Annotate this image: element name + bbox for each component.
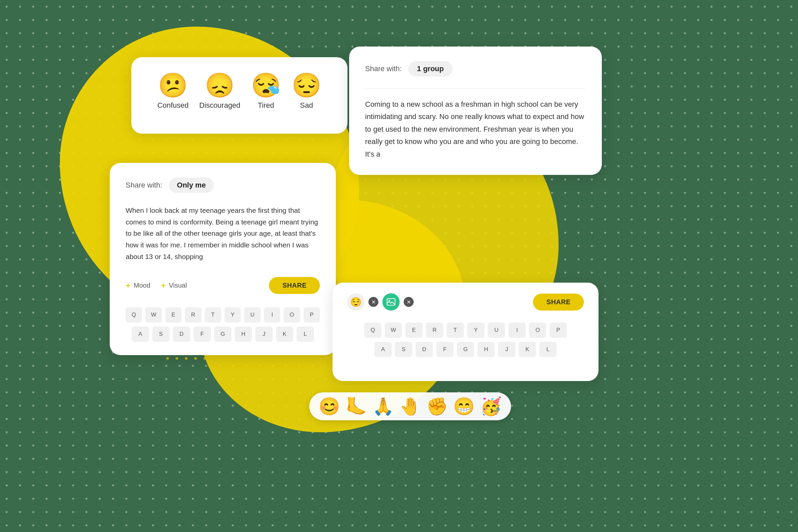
key-G[interactable]: G: [214, 326, 231, 342]
mood-tired[interactable]: 😪 Tired: [251, 73, 281, 110]
key-F[interactable]: F: [193, 326, 211, 342]
key-A[interactable]: A: [132, 326, 149, 342]
share-button-left[interactable]: SHARE: [269, 277, 320, 294]
share-with-label: Share with:: [126, 181, 162, 190]
key-O[interactable]: O: [284, 307, 300, 323]
key-I-r[interactable]: I: [508, 323, 526, 338]
key-P-r[interactable]: P: [550, 323, 567, 338]
keyboard-row-2-right: A S D F G H J K L: [347, 342, 584, 357]
visual-toolbar-item[interactable]: + Visual: [161, 281, 187, 290]
mood-discouraged[interactable]: 😞 Discouraged: [199, 73, 241, 110]
key-D-r[interactable]: D: [416, 342, 433, 357]
key-S-r[interactable]: S: [395, 342, 412, 357]
emoji-bar-footprints[interactable]: 🦶: [345, 398, 367, 415]
mood-plus-icon: +: [126, 281, 130, 290]
key-I[interactable]: I: [264, 307, 280, 323]
key-A-r[interactable]: A: [374, 342, 392, 357]
card-right-top: Share with: 1 group Coming to a new scho…: [349, 46, 602, 175]
share-only-me-badge[interactable]: Only me: [169, 177, 214, 193]
close-image-button[interactable]: ✕: [404, 297, 414, 307]
emoji-bar-grinning[interactable]: 😁: [453, 398, 475, 415]
emoji-bar-party[interactable]: 🥳: [480, 398, 502, 415]
key-K[interactable]: K: [276, 326, 293, 342]
key-E-r[interactable]: E: [405, 323, 423, 338]
key-P[interactable]: P: [304, 307, 320, 323]
card-right-bottom: 😌 ✕ ✕ SHARE Q W E R T Y U I: [332, 283, 598, 381]
key-S[interactable]: S: [152, 326, 170, 342]
image-pill[interactable]: [382, 293, 400, 310]
tired-emoji: 😪: [251, 73, 281, 97]
cards-container: 😕 Confused 😞 Discouraged 😪 Tired 😔 Sad S…: [0, 0, 798, 532]
compose-emoji[interactable]: 😌: [347, 293, 364, 310]
share-button-right[interactable]: SHARE: [533, 293, 584, 310]
emoji-bar-praying[interactable]: 🙏: [373, 398, 394, 415]
key-W[interactable]: W: [145, 307, 162, 323]
toolbar-row: + Mood + Visual SHARE: [126, 277, 320, 294]
emoji-bottom-bar: 😊 🦶 🙏 🤚 ✊ 😁 🥳: [309, 392, 511, 420]
group-badge[interactable]: 1 group: [408, 61, 453, 76]
discouraged-label: Discouraged: [199, 101, 241, 110]
right-top-text: Coming to a new school as a freshman in …: [365, 98, 586, 160]
emoji-bar-smiling[interactable]: 😊: [319, 398, 340, 415]
card-emoji-moods: 😕 Confused 😞 Discouraged 😪 Tired 😔 Sad: [131, 57, 347, 134]
key-D[interactable]: D: [173, 326, 190, 342]
share-with-row: Share with: Only me: [126, 177, 320, 193]
key-H[interactable]: H: [235, 326, 252, 342]
sad-label: Sad: [300, 101, 313, 110]
mood-toolbar-label: Mood: [134, 282, 150, 289]
image-icon: [387, 298, 395, 306]
visual-plus-icon: +: [161, 281, 166, 290]
emoji-bar-fist[interactable]: ✊: [426, 398, 448, 415]
key-O-r[interactable]: O: [529, 323, 546, 338]
key-Y-r[interactable]: Y: [467, 323, 484, 338]
mood-confused[interactable]: 😕 Confused: [157, 73, 189, 110]
key-G-r[interactable]: G: [457, 342, 474, 357]
close-emoji-button[interactable]: ✕: [368, 297, 378, 307]
key-J[interactable]: J: [255, 326, 273, 342]
sad-emoji: 😔: [291, 73, 322, 97]
keyboard-row-1-right: Q W E R T Y U I O P: [347, 323, 584, 338]
mood-sad[interactable]: 😔 Sad: [291, 73, 322, 110]
svg-point-1: [389, 300, 391, 302]
key-T[interactable]: T: [205, 307, 221, 323]
key-T-r[interactable]: T: [446, 323, 464, 338]
entry-text-content: When I look back at my teenage years the…: [126, 205, 320, 262]
share-row-right: Share with: 1 group: [365, 61, 586, 76]
key-R-r[interactable]: R: [426, 323, 443, 338]
compose-toolbar-row: 😌 ✕ ✕ SHARE: [347, 293, 584, 310]
key-Y[interactable]: Y: [225, 307, 241, 323]
key-Q-r[interactable]: Q: [364, 323, 381, 338]
key-Q[interactable]: Q: [126, 307, 142, 323]
keyboard-right: Q W E R T Y U I O P A S D F G H J K L: [347, 323, 584, 357]
share-with-label-right: Share with:: [365, 64, 402, 73]
tired-label: Tired: [258, 101, 274, 110]
keyboard-row-2-left: A S D F G H J K L: [126, 326, 320, 342]
confused-label: Confused: [157, 101, 189, 110]
keyboard-row-1-left: Q W E R T Y U I O P: [126, 307, 320, 323]
key-F-r[interactable]: F: [436, 342, 454, 357]
confused-emoji: 😕: [158, 73, 188, 97]
key-H-r[interactable]: H: [477, 342, 495, 357]
discouraged-emoji: 😞: [205, 73, 235, 97]
key-U[interactable]: U: [244, 307, 260, 323]
key-J-r[interactable]: J: [498, 342, 515, 357]
emoji-bar-wave[interactable]: 🤚: [399, 398, 421, 415]
key-R[interactable]: R: [185, 307, 201, 323]
key-U-r[interactable]: U: [488, 323, 505, 338]
key-E[interactable]: E: [165, 307, 182, 323]
key-K-r[interactable]: K: [519, 342, 536, 357]
keyboard-left: Q W E R T Y U I O P A S D F G H J K L: [126, 307, 320, 342]
key-L[interactable]: L: [297, 326, 314, 342]
divider-right-top: [365, 89, 586, 89]
mood-toolbar-item[interactable]: + Mood: [126, 281, 150, 290]
key-W-r[interactable]: W: [385, 323, 402, 338]
visual-toolbar-label: Visual: [169, 282, 187, 289]
emoji-mood-row: 😕 Confused 😞 Discouraged 😪 Tired 😔 Sad: [146, 73, 333, 110]
card-text-entry: Share with: Only me When I look back at …: [110, 163, 336, 355]
key-L-r[interactable]: L: [539, 342, 557, 357]
